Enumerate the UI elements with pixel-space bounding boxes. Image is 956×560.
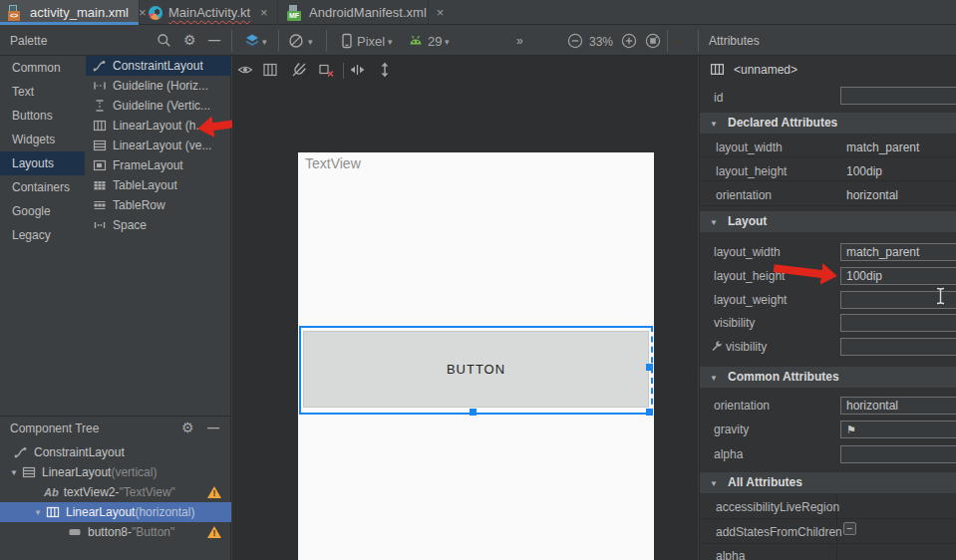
section-all-attributes[interactable]: ▼All Attributes xyxy=(700,472,956,493)
palette-item-space[interactable]: Space xyxy=(86,215,231,235)
id-input[interactable] xyxy=(840,87,956,105)
view-options-eye-icon[interactable] xyxy=(237,62,253,78)
space-icon xyxy=(93,218,107,232)
section-layout[interactable]: ▼Layout xyxy=(700,211,956,232)
layout-width-input[interactable]: match_parent xyxy=(840,243,956,261)
toolbar-overflow-icon[interactable]: » xyxy=(516,34,524,48)
canvas-textview[interactable]: TextView xyxy=(305,155,361,171)
autoconnect-off-magnet-icon[interactable] xyxy=(290,62,308,78)
expand-vertical-icon[interactable] xyxy=(379,62,391,78)
warning-icon: ! xyxy=(207,526,221,538)
palette-item-guideline-horizontal[interactable]: Guideline (Horiz... xyxy=(86,76,231,96)
orientation-icon[interactable] xyxy=(288,33,304,49)
tab-mainactivity-kt[interactable]: MainActivity.kt × xyxy=(141,0,278,25)
palette-category-buttons[interactable]: Buttons xyxy=(0,104,85,128)
collapse-icon[interactable]: ▼ xyxy=(710,212,722,233)
palette-category-google[interactable]: Google xyxy=(0,199,85,223)
tree-node-button8[interactable]: button8- "Button" ! xyxy=(0,522,231,542)
layout-height-input[interactable]: 100dip xyxy=(840,267,956,285)
attr-value[interactable]: 100dip xyxy=(846,164,882,178)
expander-icon[interactable]: ▼ xyxy=(10,468,22,477)
tab-close-icon[interactable]: × xyxy=(260,5,268,20)
tablelayout-icon xyxy=(93,178,107,192)
select-all-columns-icon[interactable] xyxy=(262,62,278,78)
attr-label: gravity xyxy=(714,422,749,436)
device-phone-icon[interactable] xyxy=(340,33,354,49)
attr-value[interactable]: match_parent xyxy=(846,140,919,154)
component-tree-header: Component Tree ⚙ — xyxy=(0,417,231,440)
visibility-input[interactable] xyxy=(840,314,956,332)
palette-item-tablerow[interactable]: TableRow xyxy=(86,195,231,215)
selection-handle-bottom-right[interactable] xyxy=(646,409,653,416)
palette-item-guideline-vertical[interactable]: Guideline (Vertic... xyxy=(86,96,231,116)
flag-icon[interactable]: ⚑ xyxy=(846,423,856,435)
linearlayout-horizontal-icon xyxy=(93,119,107,133)
button-icon xyxy=(68,525,82,539)
selection-outline[interactable] xyxy=(299,326,653,415)
tab-close-icon[interactable]: × xyxy=(437,5,445,20)
attr-label: alpha xyxy=(714,447,743,461)
expander-icon[interactable]: ▼ xyxy=(34,508,46,517)
palette-title: Palette xyxy=(10,34,47,48)
palette-minimize-icon[interactable]: — xyxy=(208,33,220,47)
id-label: id xyxy=(714,91,723,105)
selection-handle-right-middle[interactable] xyxy=(646,364,653,371)
alpha-input[interactable] xyxy=(840,445,956,463)
collapse-icon[interactable]: ▼ xyxy=(710,114,722,135)
tree-node-linearlayout-vertical[interactable]: ▼ LinearLayout(vertical) xyxy=(0,462,231,482)
tree-node-linearlayout-horizontal[interactable]: ▼ LinearLayout(horizontal) xyxy=(0,502,231,522)
attr-label: visibility xyxy=(714,316,755,330)
chevron-down-icon[interactable]: ▾ xyxy=(262,37,267,47)
design-surface-mode-icon[interactable] xyxy=(244,33,260,49)
palette-search-icon[interactable] xyxy=(157,33,171,48)
palette-item-linearlayout-vertical[interactable]: LinearLayout (ve... xyxy=(86,136,231,155)
chevron-down-icon[interactable]: ▾ xyxy=(308,37,313,47)
zoom-to-fit-icon[interactable] xyxy=(645,33,661,49)
collapse-icon[interactable]: ▼ xyxy=(710,368,722,389)
device-selector-label[interactable]: Pixel xyxy=(357,34,385,49)
tree-node-constraintlayout[interactable]: ConstraintLayout xyxy=(0,442,231,462)
component-tree-minimize-icon[interactable]: — xyxy=(207,420,219,434)
palette-panel: Common Text Buttons Widgets Layouts Cont… xyxy=(0,56,231,560)
clear-constraints-icon[interactable] xyxy=(318,62,335,78)
layout-xml-file-icon: <> xyxy=(8,5,24,21)
addstates-checkbox[interactable]: − xyxy=(843,522,856,535)
selection-handle-bottom-center[interactable] xyxy=(470,409,477,416)
zoom-out-icon[interactable] xyxy=(567,33,583,49)
constraintlayout-icon xyxy=(14,445,28,459)
palette-category-common[interactable]: Common xyxy=(0,56,85,80)
attr-label: visibility xyxy=(726,340,767,354)
tools-visibility-input[interactable] xyxy=(840,338,956,356)
collapse-icon[interactable]: ▼ xyxy=(710,473,722,494)
android-studio-layout-editor: <> activity_main.xml × MainActivity.kt ×… xyxy=(0,0,956,560)
tab-activity-main-xml[interactable]: <> activity_main.xml × xyxy=(0,0,140,25)
palette-category-widgets[interactable]: Widgets xyxy=(0,128,85,151)
palette-item-framelayout[interactable]: FrameLayout xyxy=(86,155,231,175)
tab-androidmanifest-xml[interactable]: MF AndroidManifest.xml × xyxy=(279,0,429,25)
palette-category-containers[interactable]: Containers xyxy=(0,175,85,199)
gravity-input[interactable]: ⚑ xyxy=(840,420,956,438)
tree-node-textview2[interactable]: Ab textView2- "TextView" ! xyxy=(0,482,231,502)
component-tree-gear-icon[interactable]: ⚙ xyxy=(181,420,194,435)
orientation-input[interactable]: horizontal xyxy=(840,397,956,415)
zoom-in-icon[interactable] xyxy=(621,33,637,49)
chevron-down-icon[interactable]: ▾ xyxy=(445,37,450,47)
palette-item-tablelayout[interactable]: TableLayout xyxy=(86,175,231,195)
pack-horizontal-icon[interactable] xyxy=(349,62,366,78)
attr-label: accessibilityLiveRegion xyxy=(716,500,839,514)
palette-item-constraintlayout[interactable]: ConstraintLayout xyxy=(86,56,231,76)
device-screen[interactable]: TextView BUTTON xyxy=(298,152,654,560)
section-common-attributes[interactable]: ▼Common Attributes xyxy=(700,367,956,388)
api-level-label[interactable]: 29 xyxy=(428,34,442,49)
attr-value[interactable]: horizontal xyxy=(846,188,898,202)
guideline-horizontal-icon xyxy=(93,79,107,93)
palette-category-legacy[interactable]: Legacy xyxy=(0,223,85,247)
palette-settings-gear-icon[interactable]: ⚙ xyxy=(183,32,196,48)
chevron-down-icon[interactable]: ▾ xyxy=(388,37,393,47)
tab-label: activity_main.xml xyxy=(30,5,129,20)
palette-category-text[interactable]: Text xyxy=(0,80,85,104)
palette-category-layouts[interactable]: Layouts xyxy=(0,151,85,175)
android-api-icon[interactable] xyxy=(408,34,424,48)
attr-label: layout_height xyxy=(716,164,787,178)
section-declared-attributes[interactable]: ▼Declared Attributes xyxy=(700,113,956,134)
